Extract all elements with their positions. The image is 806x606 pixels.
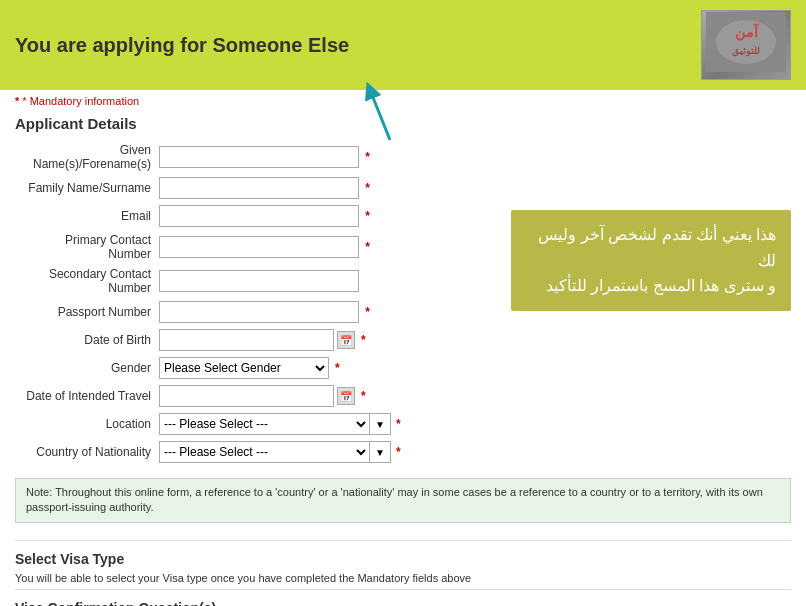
given-name-cell: * — [155, 140, 501, 174]
primary-contact-cell: * — [155, 230, 501, 264]
svg-line-5 — [370, 90, 390, 140]
email-row: Email * — [15, 202, 501, 230]
email-star: * — [365, 209, 370, 223]
applicant-form: GivenName(s)/Forename(s) * Family Name/S… — [15, 140, 501, 466]
nationality-label: Country of Nationality — [15, 438, 155, 466]
passport-label: Passport Number — [15, 298, 155, 326]
visa-type-text: You will be able to select your Visa typ… — [15, 572, 791, 584]
location-select-wrapper: --- Please Select --- ▼ — [159, 413, 391, 435]
form-panel: * * Mandatory information Applicant Deta… — [15, 95, 501, 466]
mandatory-note: * * Mandatory information — [15, 95, 501, 107]
arabic-line2: و سترى هذا المسج باستمرار للتأكيد — [526, 273, 776, 299]
svg-text:آمن: آمن — [735, 23, 759, 41]
arabic-line1: هذا يعني أنك تقدم لشخص آخر وليس لك — [526, 222, 776, 273]
page-wrapper: You are applying for Someone Else آمن لل… — [0, 0, 806, 606]
family-name-star: * — [365, 181, 370, 195]
passport-row: Passport Number * — [15, 298, 501, 326]
visa-confirm-title: Visa Confirmation Question(s) — [15, 600, 791, 606]
given-name-label: GivenName(s)/Forename(s) — [15, 140, 155, 174]
primary-contact-input[interactable] — [159, 236, 359, 258]
family-name-row: Family Name/Surname * — [15, 174, 501, 202]
arabic-message-box: هذا يعني أنك تقدم لشخص آخر وليس لك و ستر… — [511, 210, 791, 311]
nationality-row: Country of Nationality --- Please Select… — [15, 438, 501, 466]
travel-date-row: Date of Intended Travel 📅 * — [15, 382, 501, 410]
travel-date-label: Date of Intended Travel — [15, 382, 155, 410]
primary-contact-row: Primary Contact Number * — [15, 230, 501, 264]
passport-cell: * — [155, 298, 501, 326]
primary-contact-label: Primary Contact Number — [15, 230, 155, 264]
logo-inner: آمن للتوثيق — [702, 11, 790, 79]
given-name-star: * — [365, 150, 370, 164]
email-label: Email — [15, 202, 155, 230]
dob-row: Date of Birth 📅 * — [15, 326, 501, 354]
secondary-contact-cell — [155, 264, 501, 298]
header-logo: آمن للتوثيق — [701, 10, 791, 80]
divider-1 — [15, 540, 791, 541]
given-name-row: GivenName(s)/Forename(s) * — [15, 140, 501, 174]
dob-calendar-icon[interactable]: 📅 — [337, 331, 355, 349]
location-cell: --- Please Select --- ▼ * — [155, 410, 501, 438]
nationality-select[interactable]: --- Please Select --- — [159, 441, 369, 463]
travel-date-cell: 📅 * — [155, 382, 501, 410]
location-row: Location --- Please Select --- ▼ * — [15, 410, 501, 438]
email-input[interactable] — [159, 205, 359, 227]
nationality-star: * — [396, 445, 401, 459]
gender-select[interactable]: Please Select Gender Male Female — [159, 357, 329, 379]
passport-star: * — [365, 305, 370, 319]
dob-input[interactable] — [159, 329, 334, 351]
nationality-select-wrapper: --- Please Select --- ▼ — [159, 441, 391, 463]
dob-star: * — [361, 333, 366, 347]
secondary-contact-row: Secondary Contact Number — [15, 264, 501, 298]
gender-cell: Please Select Gender Male Female * — [155, 354, 501, 382]
email-cell: * — [155, 202, 501, 230]
travel-date-input[interactable] — [159, 385, 334, 407]
note-box: Note: Throughout this online form, a ref… — [15, 478, 791, 523]
passport-input[interactable] — [159, 301, 359, 323]
section-title: Applicant Details — [15, 115, 501, 132]
dob-cell: 📅 * — [155, 326, 501, 354]
banner-title: You are applying for Someone Else — [15, 34, 349, 57]
note-text: Note: Throughout this online form, a ref… — [26, 486, 763, 513]
nationality-dropdown-icon[interactable]: ▼ — [369, 441, 391, 463]
logo-text: آمن للتوثيق — [706, 12, 786, 78]
primary-contact-star: * — [365, 240, 370, 254]
gender-row: Gender Please Select Gender Male Female … — [15, 354, 501, 382]
family-name-input[interactable] — [159, 177, 359, 199]
right-panel: هذا يعني أنك تقدم لشخص آخر وليس لك و ستر… — [511, 95, 791, 311]
gender-star: * — [335, 361, 340, 375]
location-star: * — [396, 417, 401, 431]
divider-2 — [15, 589, 791, 590]
family-name-label: Family Name/Surname — [15, 174, 155, 202]
location-dropdown-icon[interactable]: ▼ — [369, 413, 391, 435]
svg-text:للتوثيق: للتوثيق — [732, 46, 760, 57]
location-select[interactable]: --- Please Select --- — [159, 413, 369, 435]
travel-date-calendar-icon[interactable]: 📅 — [337, 387, 355, 405]
given-name-input[interactable] — [159, 146, 359, 168]
arrow-annotation — [360, 80, 420, 150]
secondary-contact-input[interactable] — [159, 270, 359, 292]
secondary-contact-label: Secondary Contact Number — [15, 264, 155, 298]
travel-date-star: * — [361, 389, 366, 403]
location-label: Location — [15, 410, 155, 438]
header-banner: You are applying for Someone Else آمن لل… — [0, 0, 806, 90]
gender-label: Gender — [15, 354, 155, 382]
dob-label: Date of Birth — [15, 326, 155, 354]
nationality-cell: --- Please Select --- ▼ * — [155, 438, 501, 466]
lower-sections: Select Visa Type You will be able to sel… — [0, 540, 806, 606]
visa-type-title: Select Visa Type — [15, 551, 791, 567]
family-name-cell: * — [155, 174, 501, 202]
